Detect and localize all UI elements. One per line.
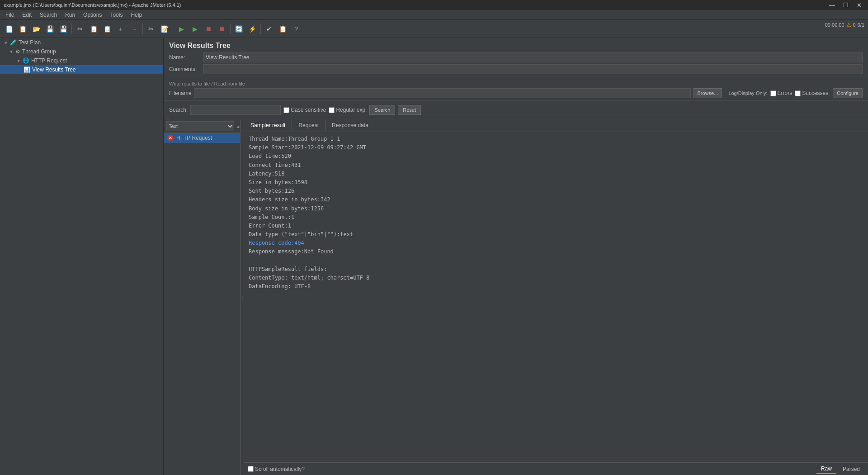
name-row: Name: bbox=[169, 52, 863, 62]
close-button[interactable]: ✕ bbox=[854, 2, 864, 9]
elapsed-time: 00:00:00 bbox=[825, 22, 844, 28]
search-button[interactable]: Search bbox=[369, 105, 395, 115]
toolbar-save-as[interactable]: 💾 bbox=[57, 23, 70, 35]
toolbar-clear-all[interactable]: ⚡ bbox=[246, 23, 259, 35]
title-bar-buttons: — ❐ ✕ bbox=[826, 2, 864, 9]
configure-button[interactable]: Configure bbox=[833, 88, 863, 98]
arrow-testplan: ▼ bbox=[4, 40, 8, 45]
toolbar-save[interactable]: 💾 bbox=[43, 23, 56, 35]
tree-item-httprequest[interactable]: ▼ 🌐 HTTP Request bbox=[0, 56, 163, 65]
list-item-label: HTTP Request bbox=[176, 135, 212, 141]
toolbar-analyze[interactable]: 📝 bbox=[158, 23, 171, 35]
minimize-button[interactable]: — bbox=[826, 2, 838, 9]
write-read-title: Write results to file / Read from file bbox=[169, 81, 863, 86]
toolbar-start-no-pause[interactable]: ▶ bbox=[189, 23, 201, 35]
file-row: Filename Browse... Log/Display Only: Err… bbox=[169, 88, 863, 98]
filename-input[interactable] bbox=[194, 88, 690, 98]
successes-label: Successes bbox=[802, 90, 828, 96]
search-label: Search: bbox=[169, 107, 188, 113]
detail-line-6: Sent bytes:126 bbox=[249, 187, 863, 195]
tree-item-threadgroup[interactable]: ▼ ⚙ Thread Group bbox=[0, 47, 163, 56]
list-item-httprequest[interactable]: ✕ HTTP Request bbox=[164, 133, 240, 143]
arrow-threadgroup: ▼ bbox=[9, 49, 14, 54]
menu-help[interactable]: Help bbox=[127, 11, 146, 19]
sep-3 bbox=[173, 24, 173, 34]
drag-handle[interactable]: ⋮ bbox=[241, 120, 244, 475]
menu-file[interactable]: File bbox=[2, 11, 18, 19]
detail-line-7: Headers size in bytes:342 bbox=[249, 195, 863, 204]
toolbar-templates[interactable]: 📋 bbox=[16, 23, 29, 35]
menu-tools[interactable]: Tools bbox=[106, 11, 126, 19]
sep-1 bbox=[71, 24, 72, 34]
regular-exp-label[interactable]: Regular exp. bbox=[329, 107, 367, 113]
tab-request[interactable]: Request bbox=[292, 120, 326, 132]
toolbar-open[interactable]: 📂 bbox=[30, 23, 42, 35]
tab-response-data[interactable]: Response data bbox=[326, 120, 375, 132]
tree-item-testplan[interactable]: ▼ 🧪 Test Plan bbox=[0, 38, 163, 47]
format-select[interactable]: Text Regexp Tester CSS/JQuery Tester XPa… bbox=[166, 121, 234, 131]
case-sensitive-checkbox[interactable] bbox=[283, 107, 289, 113]
regular-exp-checkbox[interactable] bbox=[329, 107, 335, 113]
testplan-icon: 🧪 bbox=[10, 39, 17, 46]
detail-line-blank bbox=[249, 256, 863, 265]
search-row: Search: Case sensitive Regular exp. Sear… bbox=[164, 103, 868, 117]
toolbar-paste[interactable]: 📋 bbox=[101, 23, 113, 35]
warn-count: 0 bbox=[853, 22, 856, 28]
response-code-link[interactable]: Response code:404 bbox=[249, 240, 304, 246]
title-bar: example.jmx (C:\Users\bquinn\Documents\e… bbox=[0, 0, 868, 10]
detail-content: Thread Name:Thread Group 1-1 Sample Star… bbox=[244, 132, 868, 462]
search-input[interactable] bbox=[190, 105, 281, 115]
menu-run[interactable]: Run bbox=[61, 11, 79, 19]
toolbar-toggle[interactable]: ✂ bbox=[145, 23, 157, 35]
detail-line-4: Latency:518 bbox=[249, 170, 863, 178]
successes-checkbox-label[interactable]: Successes bbox=[795, 90, 828, 96]
toolbar-clear[interactable]: 🔄 bbox=[232, 23, 245, 35]
detail-line-14: HTTPSampleResult fields: bbox=[249, 265, 863, 274]
status-area: 00:00:00 ⚠ 0 0/1 bbox=[825, 22, 864, 28]
right-panel: View Results Tree Name: Comments: Write … bbox=[164, 38, 868, 475]
browse-button[interactable]: Browse... bbox=[693, 88, 722, 98]
scroll-auto-checkbox[interactable] bbox=[248, 466, 254, 472]
successes-checkbox[interactable] bbox=[795, 90, 801, 96]
reset-button[interactable]: Reset bbox=[398, 105, 421, 115]
comments-row: Comments: bbox=[169, 64, 863, 74]
tree-item-viewresults[interactable]: 📊 View Results Tree bbox=[0, 65, 163, 74]
toolbar-help[interactable]: 📋 bbox=[276, 23, 289, 35]
sep-4 bbox=[230, 24, 231, 34]
case-sensitive-label[interactable]: Case sensitive bbox=[283, 107, 326, 113]
httprequest-label: HTTP Request bbox=[31, 57, 67, 64]
toolbar-collapse[interactable]: − bbox=[128, 23, 141, 35]
toolbar-expand[interactable]: + bbox=[114, 23, 127, 35]
toolbar: 📄 📋 📂 💾 💾 ✂ 📋 📋 + − ✂ 📝 ▶ ▶ ⏹ ⏹ 🔄 ⚡ ✔ 📋 … bbox=[0, 20, 868, 38]
toolbar-shutdown[interactable]: ⏹ bbox=[216, 23, 228, 35]
tab-sampler-result[interactable]: Sampler result bbox=[244, 120, 292, 132]
toolbar-start[interactable]: ▶ bbox=[175, 23, 188, 35]
errors-checkbox[interactable] bbox=[770, 90, 776, 96]
menu-edit[interactable]: Edit bbox=[19, 11, 35, 19]
filename-label: Filename bbox=[169, 90, 191, 96]
name-input[interactable] bbox=[203, 52, 863, 62]
detail-line-12[interactable]: Response code:404 bbox=[249, 239, 863, 247]
errors-checkbox-label[interactable]: Errors bbox=[770, 90, 793, 96]
menu-options[interactable]: Options bbox=[80, 11, 105, 19]
toolbar-new[interactable]: 📄 bbox=[3, 23, 15, 35]
detail-tabs: Sampler result Request Response data bbox=[244, 120, 868, 132]
toolbar-stop[interactable]: ⏹ bbox=[202, 23, 215, 35]
menu-search[interactable]: Search bbox=[36, 11, 61, 19]
toolbar-function-helper[interactable]: ✔ bbox=[263, 23, 275, 35]
main-area: ▼ 🧪 Test Plan ▼ ⚙ Thread Group ▼ 🌐 HTTP … bbox=[0, 38, 868, 475]
error-icon: ✕ bbox=[167, 135, 174, 141]
comments-input[interactable] bbox=[203, 64, 863, 74]
list-up-btn[interactable]: ▲ bbox=[236, 122, 241, 130]
restore-button[interactable]: ❐ bbox=[840, 2, 851, 9]
errors-label: Errors bbox=[778, 90, 793, 96]
toolbar-copy[interactable]: 📋 bbox=[87, 23, 100, 35]
toolbar-search[interactable]: ? bbox=[290, 23, 302, 35]
scroll-auto-text: Scroll automatically? bbox=[255, 466, 305, 472]
tab-parsed[interactable]: Parsed bbox=[838, 465, 864, 474]
tab-raw[interactable]: Raw bbox=[816, 464, 836, 474]
toolbar-cut[interactable]: ✂ bbox=[74, 23, 86, 35]
scroll-auto-label[interactable]: Scroll automatically? bbox=[248, 466, 305, 472]
name-label: Name: bbox=[169, 54, 201, 61]
viewresults-label: View Results Tree bbox=[32, 66, 76, 73]
